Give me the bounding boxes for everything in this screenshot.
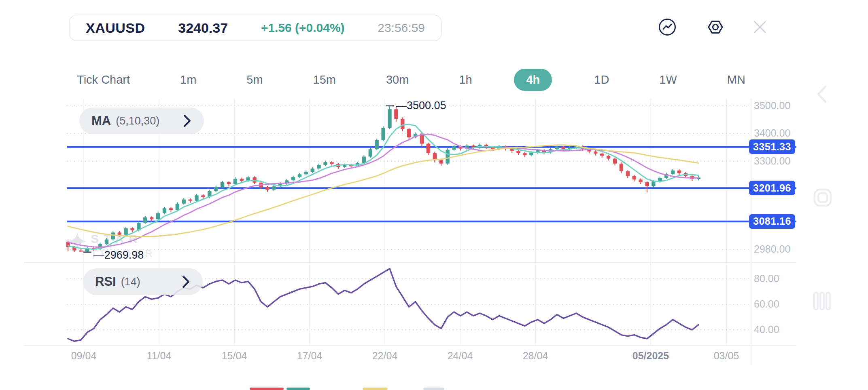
candle-body xyxy=(639,179,642,182)
candle-body xyxy=(401,119,404,129)
close-icon[interactable] xyxy=(751,19,768,36)
settings-hex-icon[interactable] xyxy=(706,18,725,36)
trend-circle-icon[interactable] xyxy=(658,18,677,36)
candle-body xyxy=(272,186,276,190)
candle-body xyxy=(407,129,411,137)
candle-body xyxy=(671,171,675,174)
candle-body xyxy=(439,160,443,163)
candle-body xyxy=(600,154,604,156)
candle-body xyxy=(169,208,173,210)
tab-30m[interactable]: 30m xyxy=(378,69,417,91)
price-change: +1.56 (+0.04%) xyxy=(261,21,345,35)
candle-body xyxy=(298,174,301,177)
price-chart-canvas[interactable] xyxy=(0,0,868,390)
rsi-indicator-pill[interactable]: RSI (14) xyxy=(83,268,203,295)
candle-body xyxy=(620,164,623,171)
chevron-right-icon xyxy=(183,114,192,128)
candle-body xyxy=(124,228,127,235)
symbol-label: XAUUSD xyxy=(86,20,145,36)
candle-body xyxy=(394,109,398,119)
tab-mn[interactable]: MN xyxy=(719,69,753,91)
candle-body xyxy=(375,140,379,150)
candle-body xyxy=(227,182,231,184)
candle-body xyxy=(163,208,166,213)
candle-body xyxy=(677,171,681,173)
candle-body xyxy=(446,150,449,164)
candle-body xyxy=(188,199,192,200)
chevron-right-icon xyxy=(182,274,191,289)
candle-body xyxy=(240,179,244,181)
drag-bars-icon[interactable] xyxy=(812,290,833,312)
candle-body xyxy=(632,176,636,179)
cutoff-fragment xyxy=(363,388,388,390)
candle-body xyxy=(143,217,147,223)
candle-body xyxy=(118,232,121,234)
ma-indicator-pill[interactable]: MA (5,10,30) xyxy=(79,108,204,134)
candle-body xyxy=(304,172,308,174)
candle-body xyxy=(182,199,186,203)
candle-body xyxy=(523,153,526,155)
ma30-line xyxy=(68,145,698,237)
ma5-line xyxy=(68,124,698,249)
candle-body xyxy=(452,146,456,150)
ma-indicator-params: (5,10,30) xyxy=(116,115,159,127)
candle-body xyxy=(130,228,134,230)
rsi-indicator-name: RSI xyxy=(95,274,116,289)
candle-body xyxy=(626,171,630,176)
tab-5m[interactable]: 5m xyxy=(238,69,271,91)
tab-1m[interactable]: 1m xyxy=(172,69,204,91)
candle-body xyxy=(105,239,108,244)
candle-body xyxy=(381,128,385,140)
quote-bar[interactable]: XAUUSD 3240.37 +1.56 (+0.04%) 23:56:59 xyxy=(69,15,442,41)
candle-body xyxy=(79,251,83,252)
candle-body xyxy=(427,144,430,153)
candle-body xyxy=(265,187,269,190)
candle-body xyxy=(150,217,153,219)
cutoff-fragment xyxy=(423,388,444,390)
tab-1h[interactable]: 1h xyxy=(451,69,480,91)
candle-body xyxy=(156,213,160,219)
tab-tick-chart[interactable]: Tick Chart xyxy=(69,69,138,91)
candle-body xyxy=(529,152,533,155)
candle-body xyxy=(607,156,610,159)
panel-square-icon[interactable] xyxy=(813,187,833,209)
candle-body xyxy=(613,158,617,163)
cutoff-fragment xyxy=(250,388,284,390)
tab-1d[interactable]: 1D xyxy=(586,69,617,91)
candle-body xyxy=(330,162,333,164)
candle-body xyxy=(176,204,179,210)
collapse-chevron-icon[interactable] xyxy=(813,83,833,105)
candle-body xyxy=(221,182,224,187)
ma10-line xyxy=(68,134,698,247)
candle-body xyxy=(201,195,205,197)
candle-body xyxy=(652,181,655,186)
tab-4h[interactable]: 4h xyxy=(514,69,552,91)
candle-body xyxy=(362,157,366,163)
candle-body xyxy=(388,109,391,128)
candle-body xyxy=(317,165,320,169)
candle-body xyxy=(311,169,314,172)
rsi-indicator-params: (14) xyxy=(121,276,140,288)
candle-body xyxy=(645,182,649,186)
candle-body xyxy=(516,151,520,153)
candle-body xyxy=(253,177,256,183)
candle-body xyxy=(594,152,597,154)
candle-body xyxy=(291,177,295,180)
candle-body xyxy=(369,149,372,156)
quote-time: 23:56:59 xyxy=(378,21,425,35)
candle-body xyxy=(323,162,327,165)
cutoff-fragment xyxy=(287,388,310,390)
candle-body xyxy=(111,232,115,239)
tab-1w[interactable]: 1W xyxy=(651,69,685,91)
timeframe-tabs: Tick Chart 1m 5m 15m 30m 1h 4h 1D 1W MN xyxy=(69,67,753,92)
tab-15m[interactable]: 15m xyxy=(305,69,344,91)
ma-indicator-name: MA xyxy=(91,114,111,128)
last-price: 3240.37 xyxy=(178,20,228,36)
candle-body xyxy=(195,195,198,201)
candle-body xyxy=(562,147,565,149)
candle-body xyxy=(214,187,218,191)
candle-body xyxy=(555,147,559,149)
candle-body xyxy=(233,179,237,184)
